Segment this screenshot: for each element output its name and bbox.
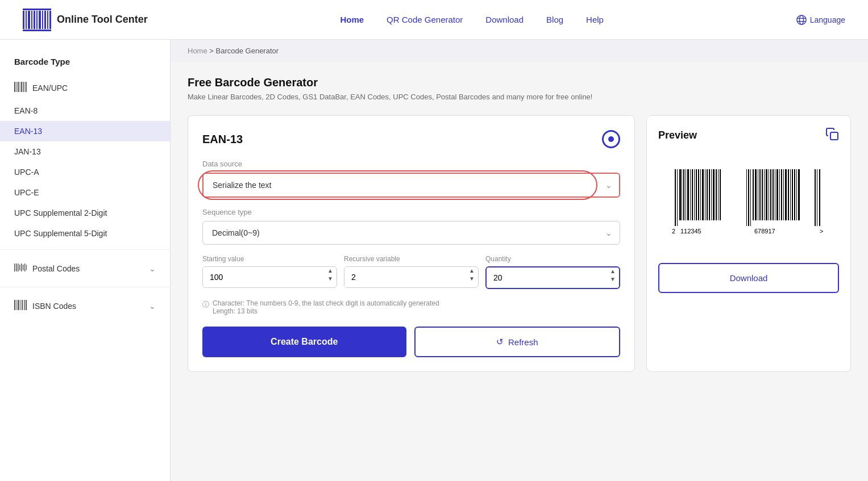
sidebar-group-postal[interactable]: Postal Codes ⌄ — [0, 256, 170, 281]
quantity-up[interactable]: ▲ — [607, 267, 619, 275]
svg-rect-54 — [702, 169, 704, 220]
sidebar-item-ean8[interactable]: EAN-8 — [0, 101, 170, 121]
svg-rect-74 — [770, 169, 771, 220]
sidebar-group-isbn[interactable]: ISBN Codes ⌄ — [0, 293, 170, 319]
svg-rect-32 — [26, 265, 27, 270]
svg-rect-11 — [23, 9, 51, 10]
preview-header: Preview — [658, 127, 839, 144]
sequence-type-label: Sequence type — [202, 208, 620, 216]
svg-rect-66 — [753, 169, 754, 220]
svg-rect-3 — [31, 11, 32, 29]
recursive-variable-spinners: ▲ ▼ — [466, 267, 478, 287]
svg-rect-88 — [815, 169, 816, 226]
svg-rect-86 — [796, 169, 797, 220]
svg-rect-46 — [686, 169, 686, 220]
language-button[interactable]: Language — [796, 15, 845, 25]
sidebar-item-upce[interactable]: UPC-E — [0, 182, 170, 203]
sidebar-item-upc2[interactable]: UPC Supplemental 2-Digit — [0, 203, 170, 223]
recursive-variable-input[interactable] — [344, 267, 466, 287]
svg-rect-57 — [709, 169, 710, 220]
svg-rect-6 — [39, 11, 41, 29]
sidebar-item-jan13[interactable]: JAN-13 — [0, 141, 170, 162]
data-source-select-wrapper: Serialize the text ⌄ — [202, 173, 620, 198]
quantity-down[interactable]: ▼ — [607, 275, 619, 283]
svg-rect-43 — [679, 169, 681, 220]
starting-value-down[interactable]: ▼ — [324, 275, 337, 283]
recursive-variable-down[interactable]: ▼ — [466, 275, 478, 283]
svg-rect-70 — [762, 169, 763, 220]
svg-rect-27 — [18, 263, 19, 271]
svg-text:>: > — [820, 228, 823, 235]
starting-value-spinners: ▲ ▼ — [324, 267, 337, 287]
svg-rect-80 — [783, 169, 784, 220]
svg-rect-87 — [798, 169, 800, 220]
svg-rect-63 — [746, 169, 747, 226]
refresh-icon: ↺ — [496, 337, 504, 347]
breadcrumb-separator: > — [209, 47, 215, 55]
svg-rect-25 — [14, 263, 15, 271]
svg-rect-89 — [817, 169, 817, 226]
sequence-type-select[interactable]: Decimal(0~9) — [202, 221, 620, 245]
quantity-group: Quantity ▲ ▼ — [485, 255, 620, 289]
sidebar-item-upc5[interactable]: UPC Supplemental 5-Digit — [0, 223, 170, 244]
nav-help[interactable]: Help — [586, 15, 604, 24]
starting-value-input[interactable] — [203, 267, 324, 287]
breadcrumb-current: Barcode Generator — [216, 47, 279, 55]
data-source-select[interactable]: Serialize the text — [202, 173, 620, 198]
sidebar-item-upca[interactable]: UPC-A — [0, 162, 170, 182]
svg-rect-7 — [42, 11, 43, 29]
logo[interactable]: Online Tool Center — [23, 9, 148, 31]
sidebar-section-title: Barcode Type — [0, 57, 170, 75]
language-label: Language — [810, 15, 845, 24]
nav-home[interactable]: Home — [340, 15, 364, 24]
group-ean-upc-label: EAN/UPC — [32, 83, 68, 93]
svg-rect-60 — [716, 169, 717, 220]
quantity-input[interactable] — [487, 267, 607, 288]
svg-rect-90 — [819, 169, 820, 226]
svg-rect-76 — [775, 169, 775, 220]
download-button[interactable]: Download — [658, 263, 839, 293]
sidebar-group-ean-upc[interactable]: EAN/UPC — [0, 75, 170, 101]
svg-rect-29 — [21, 263, 22, 271]
svg-rect-49 — [692, 169, 693, 220]
info-icon: ⓘ — [202, 300, 209, 315]
svg-rect-23 — [25, 82, 26, 92]
svg-rect-38 — [24, 300, 25, 310]
nav-download[interactable]: Download — [485, 15, 524, 24]
main-content: Home > Barcode Generator Free Barcode Ge… — [171, 40, 868, 481]
svg-rect-19 — [18, 82, 19, 92]
starting-value-up[interactable]: ▲ — [324, 267, 337, 275]
svg-rect-59 — [713, 169, 715, 220]
svg-text:678917: 678917 — [754, 228, 775, 235]
svg-rect-69 — [759, 169, 761, 220]
svg-rect-21 — [21, 82, 22, 92]
recursive-variable-up[interactable]: ▲ — [466, 267, 478, 275]
svg-rect-84 — [792, 169, 793, 220]
main-nav: Home QR Code Generator Download Blog Hel… — [176, 15, 768, 24]
form-panel: EAN-13 Data source Serialize the text ⌄ … — [188, 115, 635, 372]
quantity-label: Quantity — [485, 255, 620, 263]
breadcrumb-home[interactable]: Home — [188, 47, 207, 55]
svg-rect-79 — [781, 169, 782, 220]
isbn-icon — [14, 300, 27, 312]
group-isbn-label: ISBN Codes — [32, 302, 76, 311]
quantity-spinners: ▲ ▼ — [607, 267, 619, 288]
svg-rect-10 — [49, 11, 51, 29]
svg-rect-75 — [773, 169, 774, 220]
svg-rect-78 — [779, 169, 780, 220]
data-source-label: Data source — [202, 160, 620, 168]
refresh-button[interactable]: ↺ Refresh — [414, 327, 621, 357]
svg-rect-53 — [700, 169, 701, 220]
svg-rect-24 — [26, 82, 27, 92]
starting-value-input-wrapper: ▲ ▼ — [202, 266, 337, 288]
copy-icon[interactable] — [825, 127, 839, 144]
nav-qr[interactable]: QR Code Generator — [387, 15, 463, 24]
nav-blog[interactable]: Blog — [546, 15, 563, 24]
svg-rect-40 — [830, 132, 838, 140]
svg-rect-73 — [769, 169, 769, 220]
create-barcode-button[interactable]: Create Barcode — [202, 327, 406, 357]
svg-rect-61 — [718, 169, 719, 220]
svg-rect-64 — [748, 169, 749, 226]
sidebar-item-ean13[interactable]: EAN-13 — [0, 121, 170, 141]
postal-chevron-icon: ⌄ — [149, 264, 156, 273]
